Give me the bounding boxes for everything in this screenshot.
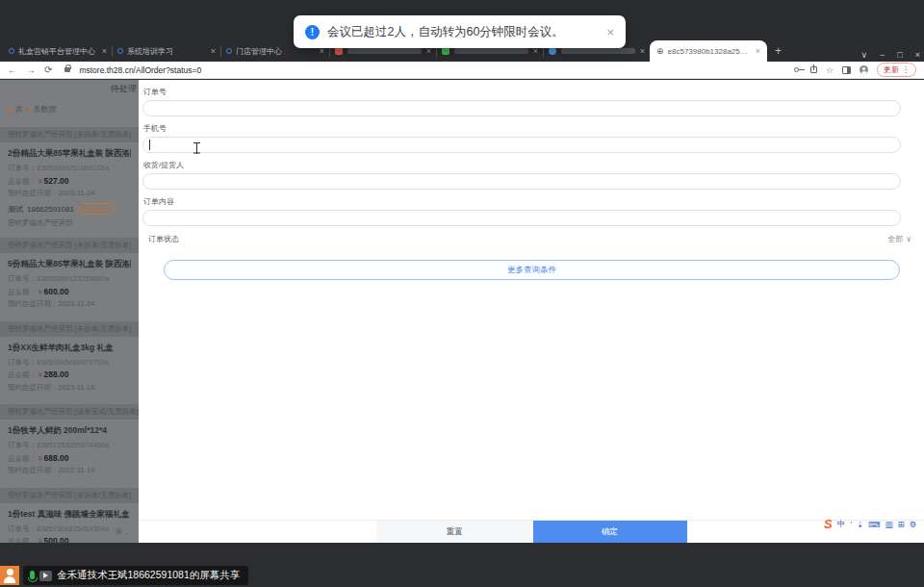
ibeam-cursor xyxy=(193,142,200,155)
field-label-status: 订单状态 xyxy=(148,234,179,244)
order-store-header: 密特罗德水产经营部 [未拆单/无需拆单] xyxy=(0,321,139,337)
partial-text: 亲， xyxy=(115,526,130,537)
ime-settings-icon[interactable]: ⚙ xyxy=(910,520,917,529)
sogou-logo-icon[interactable]: S xyxy=(824,517,833,531)
minimize-button[interactable]: − xyxy=(880,50,885,60)
field-label-order-no: 订单号 xyxy=(143,87,911,97)
pending-tab[interactable]: 待处理 xyxy=(0,80,139,97)
ime-skin-icon[interactable]: ▥ xyxy=(885,520,892,529)
tab-close-icon[interactable]: × xyxy=(756,46,760,56)
order-date-row: 预约自提日期：2023-11-24 xyxy=(8,189,131,198)
order-number-row: 订单号：83859389251069376a xyxy=(8,164,131,173)
order-count: 共 5 条数据 xyxy=(0,97,139,119)
confirm-button[interactable]: 确定 xyxy=(533,521,687,543)
tab-close-icon[interactable]: × xyxy=(102,46,107,56)
order-list-sidebar: 待处理 共 5 条数据 密特罗德水产经营部 [未拆单/无需拆单] 2份精品大果8… xyxy=(0,80,139,543)
phone-input[interactable] xyxy=(142,137,901,153)
toast-message: 会议已超过2人，自动转为60分钟限时会议。 xyxy=(327,24,599,40)
ime-keyboard-icon[interactable]: ⌨ xyxy=(868,520,880,529)
microphone-icon xyxy=(30,571,35,579)
ime-punctuation-icon[interactable]: ’ xyxy=(850,520,852,529)
password-key-icon[interactable] xyxy=(794,67,799,72)
ime-toolbar[interactable]: S 中 ’ ⇣ ⌨ ▥ ⊞ ⚙ xyxy=(824,517,916,531)
contact-store: 密特罗德水产经营部 xyxy=(8,218,131,228)
maximize-button[interactable]: □ xyxy=(897,50,902,60)
count-prefix: 共 xyxy=(15,104,23,115)
contact-phone: 18662591081 xyxy=(27,205,74,214)
ime-toolbox-icon[interactable]: ⊞ xyxy=(898,520,905,529)
tab-favicon xyxy=(226,48,232,54)
forward-icon[interactable]: → xyxy=(26,65,36,75)
order-number-row: 订单号：83859345088979792a xyxy=(8,358,131,368)
update-label: 更新 xyxy=(884,64,899,75)
order-date-row: 预约自提日期：2023-11-16 xyxy=(8,383,131,393)
order-title: 2份精品大果85苹果礼盒装 陕西洛阳16 xyxy=(8,148,131,160)
location-pin-icon xyxy=(7,106,13,113)
toast-close-icon[interactable]: × xyxy=(606,25,614,39)
tab-gift-platform[interactable]: 礼盒营销平台管理中心 × xyxy=(4,40,112,62)
search-form-panel: 订单号 手机号 收货/提货人 订单内容 订单状态 全部 ∨ xyxy=(139,80,924,543)
order-number-row: 订单号：83857308835454304a xyxy=(8,524,131,534)
order-title: 1份牧羊人鲜奶 200ml*12*4 xyxy=(8,425,131,437)
tab-training[interactable]: 系统培训学习 × xyxy=(113,40,220,62)
ime-voice-icon[interactable]: ⇣ xyxy=(857,520,863,529)
chevron-down-icon: ∨ xyxy=(906,235,911,243)
order-store-header: 密特罗德水产经营部 [未拆单/无需拆单] xyxy=(0,488,139,503)
order-amount-row: 总金额：￥688.00 xyxy=(8,453,131,464)
share-icon[interactable] xyxy=(810,66,817,73)
order-title: 1份test 真滋味 佛跳墙全家福礼盒 xyxy=(8,509,131,521)
address-bar[interactable]: mstore.th28.cn/AllOrder?status=0 xyxy=(79,65,785,75)
tab-favicon xyxy=(442,47,449,55)
order-number-row: 订单号：83859389123259680a xyxy=(8,274,131,284)
status-select[interactable]: 全部 ∨ xyxy=(887,234,911,244)
tab-close-icon[interactable]: × xyxy=(211,46,216,56)
screen-share-pill[interactable]: 金禾通技术王斌18662591081的屏幕共享 xyxy=(23,566,248,585)
order-card[interactable]: 5份精品大果85苹果礼盒装 陕西洛阳16 订单号：838593891232596… xyxy=(0,253,139,314)
order-card[interactable]: 1份牧羊人鲜奶 200ml*12*4 订单号：83857353355974400… xyxy=(0,420,139,480)
ime-chinese-mode-icon[interactable]: 中 xyxy=(837,519,846,530)
tab-close-icon[interactable]: × xyxy=(640,46,645,56)
back-icon[interactable]: ← xyxy=(8,65,17,75)
tab-active[interactable]: ⊕ e8c573980b1328a258fd2e618 × xyxy=(650,40,767,62)
tab-search-chevron-icon[interactable]: ∨ xyxy=(860,50,867,60)
profile-avatar[interactable] xyxy=(860,65,868,74)
order-title: 5份精品大果85苹果礼盒装 陕西洛阳16 xyxy=(8,259,131,270)
bookmark-star-icon[interactable]: ☆ xyxy=(826,65,834,75)
screen-share-icon xyxy=(39,571,52,581)
screen-share-bar: 金禾通技术王斌18662591081的屏幕共享 xyxy=(0,566,248,585)
screen-share-text: 金禾通技术王斌18662591081的屏幕共享 xyxy=(57,569,240,582)
count-value: 5 xyxy=(26,105,30,114)
padlock-icon[interactable] xyxy=(64,67,70,72)
order-contact-row: 测试 18662591081 预约自提 xyxy=(8,203,131,215)
order-date-row: 预约自提日期：2023-11-24 xyxy=(8,299,131,309)
order-card[interactable]: 2份精品大果85苹果礼盒装 陕西洛阳16 订单号：838593892510693… xyxy=(0,142,139,230)
order-amount-row: 总金额：￥527.00 xyxy=(8,176,131,187)
field-label-content: 订单内容 xyxy=(143,196,911,207)
tab-title: e8c573980b1328a258fd2e618 xyxy=(668,47,752,56)
form-footer: 重置 确定 xyxy=(139,520,924,543)
reset-button[interactable]: 重置 xyxy=(376,521,533,543)
tab-favicon xyxy=(335,47,343,55)
reload-icon[interactable]: ⟳ xyxy=(44,65,52,75)
tab-favicon xyxy=(549,47,556,55)
order-card[interactable]: 1份XX生鲜羊肉礼盒3kg 礼盒 订单号：83859345088979792a … xyxy=(0,337,139,397)
chrome-update-button[interactable]: 更新 ⋮ xyxy=(877,63,916,77)
info-icon: ! xyxy=(305,25,320,39)
order-number-row: 订单号：83857353355974400a xyxy=(8,441,131,450)
tab-title: 礼盒营销平台管理中心 xyxy=(18,46,98,57)
window-controls: ∨ − □ × xyxy=(860,50,920,60)
browser-toolbar: ← → ⟳ mstore.th28.cn/AllOrder?status=0 ☆… xyxy=(0,62,924,79)
field-label-phone: 手机号 xyxy=(143,123,911,134)
menu-dots-icon[interactable]: ⋮ xyxy=(902,65,910,74)
order-no-input[interactable] xyxy=(142,100,901,116)
window-close-button[interactable]: × xyxy=(915,50,920,60)
tab-title: 系统培训学习 xyxy=(127,46,207,57)
presenter-avatar-icon xyxy=(0,566,19,585)
field-label-receiver: 收货/提货人 xyxy=(143,160,911,170)
more-filters-button[interactable]: 更多查询条件 xyxy=(164,260,900,280)
order-content-input[interactable] xyxy=(142,210,901,226)
receiver-input[interactable] xyxy=(142,173,901,190)
status-value: 全部 xyxy=(887,234,903,244)
new-tab-button[interactable]: + xyxy=(775,44,782,58)
side-panel-icon[interactable] xyxy=(842,66,851,74)
